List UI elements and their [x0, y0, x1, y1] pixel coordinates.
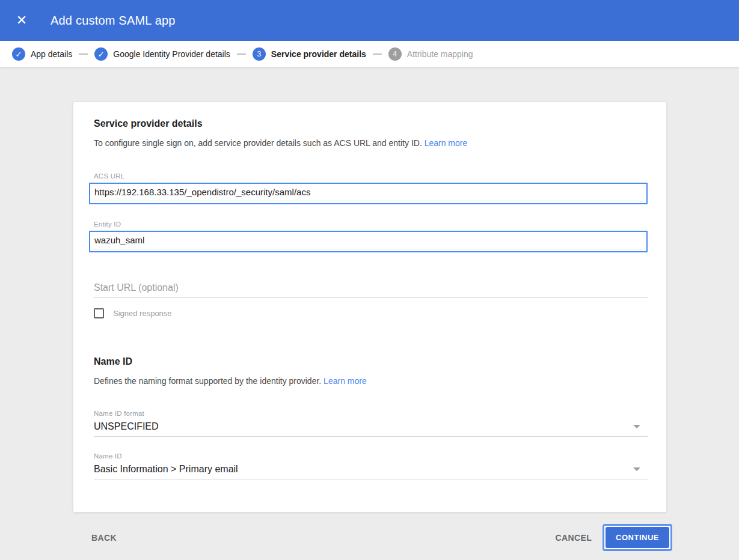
signed-response-row: Signed response: [94, 308, 648, 318]
acs-url-field-group: ACS URL https://192.168.33.135/_opendist…: [94, 172, 648, 204]
dialog-header: ✕ Add custom SAML app: [0, 0, 739, 41]
entity-id-value: wazuh_saml: [94, 232, 642, 249]
step-separator: [237, 53, 246, 55]
name-id-description: Defines the naming format supported by t…: [94, 376, 648, 386]
step-app-details[interactable]: ✓ App details: [12, 47, 72, 61]
step-attribute-mapping[interactable]: 4 Attribute mapping: [388, 47, 473, 61]
step-label: Attribute mapping: [407, 49, 473, 59]
cancel-button[interactable]: CANCEL: [555, 528, 592, 547]
stepper: ✓ App details ✓ Google Identity Provider…: [0, 41, 739, 68]
section-title-service-provider: Service provider details: [94, 118, 648, 129]
footer-actions: CANCEL CONTINUE: [555, 524, 672, 551]
step-complete-icon: ✓: [12, 47, 25, 61]
check-icon: ✓: [98, 50, 105, 58]
name-id-label: Name ID: [94, 452, 648, 460]
name-id-group: Name ID Basic Information > Primary emai…: [94, 452, 648, 479]
continue-button-focus-ring: CONTINUE: [603, 524, 672, 551]
step-complete-icon: ✓: [94, 47, 108, 61]
chevron-down-icon: [633, 467, 640, 471]
dialog-body: Service provider details To configure si…: [0, 102, 739, 560]
name-id-description-text: Defines the naming format supported by t…: [94, 376, 321, 386]
step-google-idp-details[interactable]: ✓ Google Identity Provider details: [94, 47, 230, 61]
service-provider-card: Service provider details To configure si…: [73, 102, 667, 513]
step-number-badge: 3: [253, 47, 266, 61]
learn-more-link[interactable]: Learn more: [425, 138, 468, 148]
name-id-format-group: Name ID format UNSPECIFIED: [94, 410, 648, 437]
step-number-badge: 4: [388, 47, 402, 61]
name-id-format-value: UNSPECIFIED: [94, 421, 159, 432]
entity-id-field-group: Entity ID wazuh_saml: [94, 221, 648, 252]
acs-url-value: https://192.168.33.135/_opendistro/_secu…: [94, 184, 642, 201]
name-id-select[interactable]: Basic Information > Primary email: [94, 464, 648, 479]
learn-more-link[interactable]: Learn more: [324, 376, 367, 386]
dialog-footer: BACK CANCEL CONTINUE: [91, 524, 672, 551]
name-id-format-select[interactable]: UNSPECIFIED: [94, 421, 648, 437]
entity-id-input[interactable]: wazuh_saml: [89, 231, 648, 252]
check-icon: ✓: [16, 50, 22, 58]
section-description: To configure single sign on, add service…: [94, 138, 648, 148]
chevron-down-icon: [633, 425, 640, 428]
continue-button[interactable]: CONTINUE: [606, 527, 669, 548]
section-title-name-id: Name ID: [94, 356, 648, 367]
signed-response-checkbox[interactable]: [94, 308, 104, 318]
dialog-title: Add custom SAML app: [51, 14, 176, 28]
acs-url-label: ACS URL: [94, 172, 648, 180]
name-id-value: Basic Information > Primary email: [94, 464, 238, 475]
entity-id-label: Entity ID: [94, 221, 648, 228]
signed-response-label: Signed response: [113, 309, 172, 318]
step-separator: [373, 53, 382, 55]
close-icon[interactable]: ✕: [13, 12, 30, 29]
step-label: App details: [31, 49, 72, 59]
step-label: Google Identity Provider details: [113, 49, 230, 59]
section-description-text: To configure single sign on, add service…: [94, 138, 422, 148]
start-url-placeholder: Start URL (optional): [94, 282, 179, 293]
step-service-provider-details[interactable]: 3 Service provider details: [253, 47, 366, 61]
add-custom-saml-app-dialog: ✕ Add custom SAML app ✓ App details ✓ Go…: [0, 0, 739, 560]
start-url-input[interactable]: Start URL (optional): [94, 282, 648, 298]
acs-url-input[interactable]: https://192.168.33.135/_opendistro/_secu…: [89, 183, 648, 204]
step-separator: [79, 53, 88, 55]
back-button[interactable]: BACK: [91, 528, 117, 547]
step-label: Service provider details: [271, 49, 366, 59]
name-id-format-label: Name ID format: [94, 410, 648, 417]
